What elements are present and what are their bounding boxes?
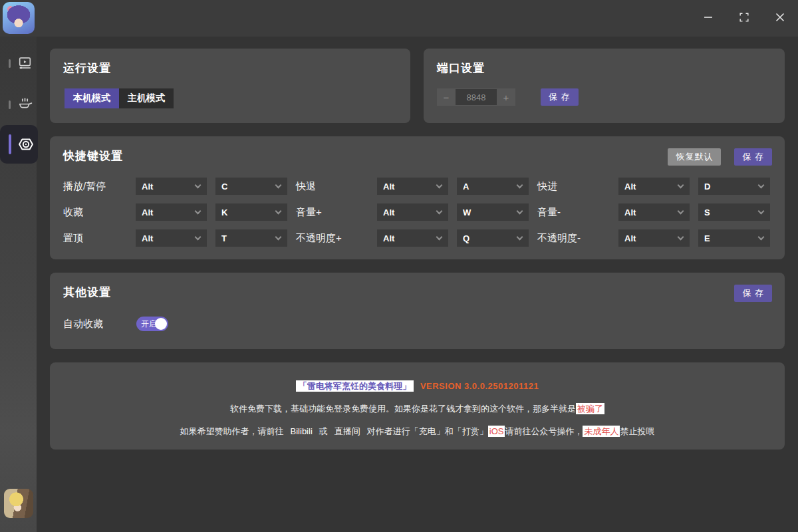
chevron-down-icon <box>758 182 765 189</box>
hotkey-modifier-select[interactable]: Alt <box>618 229 690 247</box>
hotkey-settings-title: 快捷键设置 <box>63 148 123 164</box>
titlebar <box>0 0 798 37</box>
select-value: Alt <box>624 182 636 192</box>
run-settings-panel: 运行设置 本机模式 主机模式 <box>50 49 410 123</box>
hotkey-modifier-select[interactable]: Alt <box>136 229 207 247</box>
hotkey-save-button[interactable]: 保 存 <box>734 148 772 166</box>
hotkey-grid: 播放/暂停 Alt C 快退 Alt A 快进 Alt D 收藏 Alt K 音… <box>63 178 770 247</box>
app-name-chip: 「雷电将军烹饪的美食料理」 <box>296 380 414 392</box>
chevron-down-icon <box>275 208 282 215</box>
sidebar-item-settings[interactable] <box>0 125 38 164</box>
window-controls <box>698 8 790 28</box>
select-value: Alt <box>142 182 153 192</box>
tab-host-mode[interactable]: 主机模式 <box>119 88 174 108</box>
hotkey-key-select[interactable]: Q <box>457 229 529 247</box>
sponsor-mid-text: 对作者进行「充电」和「打赏」 <box>367 426 488 436</box>
close-icon <box>773 10 787 27</box>
hotkey-key-select[interactable]: C <box>215 178 287 195</box>
auto-favorite-row: 自动收藏 开启 <box>63 317 168 331</box>
user-avatar[interactable] <box>4 489 33 518</box>
restore-defaults-button[interactable]: 恢复默认 <box>668 148 721 166</box>
select-value: T <box>221 233 227 243</box>
chevron-down-icon <box>678 234 684 241</box>
hotkey-modifier-select[interactable]: Alt <box>618 203 690 221</box>
select-value: Alt <box>383 233 394 243</box>
hotkey-key-select[interactable]: K <box>215 203 287 221</box>
maximize-button[interactable] <box>734 8 754 28</box>
hotkey-modifier-select[interactable]: Alt <box>136 178 207 195</box>
minor-highlight: 未成年人 <box>583 426 620 437</box>
hotkey-key-select[interactable]: S <box>698 203 770 221</box>
select-value: Q <box>463 233 469 243</box>
select-value: K <box>221 207 227 217</box>
port-decrement-button[interactable]: − <box>437 88 456 106</box>
select-value: Alt <box>624 207 636 217</box>
sidebar <box>0 37 37 532</box>
sponsor-or-text: 或 <box>319 426 328 436</box>
auto-favorite-toggle[interactable]: 开启 <box>136 317 168 331</box>
chevron-down-icon <box>275 182 282 189</box>
hotkey-label: 播放/暂停 <box>63 178 127 195</box>
live-room-link[interactable]: 直播间 <box>334 426 360 436</box>
chevron-down-icon <box>517 182 523 189</box>
auto-favorite-label: 自动收藏 <box>63 318 136 331</box>
port-settings-title: 端口设置 <box>437 61 485 76</box>
toggle-knob <box>155 318 167 330</box>
chevron-down-icon <box>436 182 443 189</box>
hotkey-actions: 恢复默认 保 存 <box>668 148 772 166</box>
hotkey-label: 音量+ <box>296 203 368 221</box>
active-indicator <box>9 134 11 154</box>
hotkey-label: 不透明度+ <box>296 229 368 247</box>
port-increment-button[interactable]: + <box>497 88 515 106</box>
hotkey-label: 快进 <box>537 178 610 195</box>
chevron-down-icon <box>436 234 443 241</box>
about-line-sponsor: 如果希望赞助作者，请前往Bilibili或直播间对作者进行「充电」和「打赏」iO… <box>50 425 785 438</box>
select-value: E <box>704 233 710 243</box>
inactive-indicator <box>9 59 11 68</box>
hotkey-modifier-select[interactable]: Alt <box>618 178 690 195</box>
hotkey-key-select[interactable]: A <box>457 178 529 195</box>
select-value: A <box>463 182 469 192</box>
hotkey-key-select[interactable]: T <box>215 229 287 247</box>
chevron-down-icon <box>758 234 765 241</box>
other-save-button[interactable]: 保 存 <box>734 285 772 302</box>
bilibili-link[interactable]: Bilibili <box>291 426 313 436</box>
hotkey-modifier-select[interactable]: Alt <box>377 229 448 247</box>
hotkey-label: 置顶 <box>63 229 127 247</box>
port-input[interactable] <box>456 88 497 106</box>
close-button[interactable] <box>770 8 790 28</box>
hotkey-label: 快退 <box>296 178 368 195</box>
minimize-button[interactable] <box>698 8 718 28</box>
port-row: − + 保 存 <box>437 88 579 106</box>
hotkey-key-select[interactable]: W <box>457 203 529 221</box>
chevron-down-icon <box>195 234 201 241</box>
select-value: Alt <box>383 182 394 192</box>
chevron-down-icon <box>678 182 684 189</box>
other-settings-title: 其他设置 <box>63 285 111 300</box>
minimize-icon <box>701 10 716 27</box>
hotkey-key-select[interactable]: D <box>698 178 770 195</box>
hotkey-key-select[interactable]: E <box>698 229 770 247</box>
port-save-button[interactable]: 保 存 <box>541 88 579 106</box>
about-line-free: 软件免费下载，基础功能免登录免费使用。如果你是花了钱才拿到的这个软件，那多半就是… <box>50 402 785 415</box>
hotkey-label: 音量- <box>537 203 610 221</box>
hotkey-label: 不透明度- <box>537 229 610 247</box>
hotkey-modifier-select[interactable]: Alt <box>377 178 448 195</box>
run-mode-tabs: 本机模式 主机模式 <box>65 88 174 108</box>
ios-highlight: iOS <box>488 426 505 437</box>
hotkey-modifier-select[interactable]: Alt <box>136 203 207 221</box>
chevron-down-icon <box>678 208 684 215</box>
monitor-play-icon <box>17 55 33 72</box>
free-text: 软件免费下载，基础功能免登录免费使用。如果你是花了钱才拿到的这个软件，那多半就是 <box>230 404 576 414</box>
sidebar-item-player[interactable] <box>0 51 37 75</box>
sidebar-item-cooking[interactable] <box>0 92 37 116</box>
sponsor-after-text: 请前往公众号操作， <box>505 426 583 436</box>
tab-local-mode[interactable]: 本机模式 <box>65 88 119 108</box>
sponsor-end-text: 禁止投喂 <box>620 426 654 436</box>
chevron-down-icon <box>275 234 282 241</box>
gear-icon <box>17 135 35 154</box>
chevron-down-icon <box>195 182 201 189</box>
chevron-down-icon <box>436 208 443 215</box>
select-value: S <box>704 207 710 217</box>
hotkey-modifier-select[interactable]: Alt <box>377 203 448 221</box>
